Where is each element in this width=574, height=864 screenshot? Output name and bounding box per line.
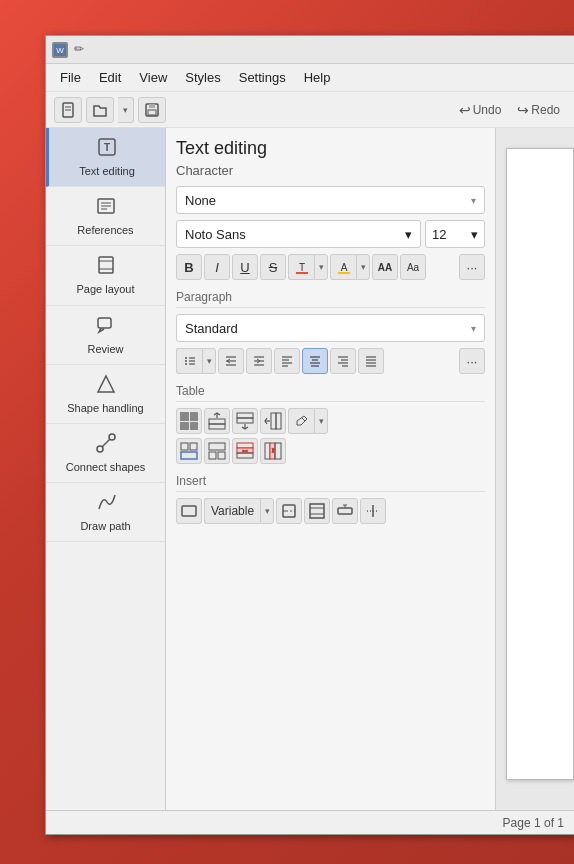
menu-edit[interactable]: Edit <box>91 67 129 88</box>
insert-table-button[interactable] <box>176 408 202 434</box>
uppercase-button[interactable]: AA <box>372 254 398 280</box>
table-row1: ▾ <box>176 408 485 434</box>
svg-rect-61 <box>276 413 281 429</box>
variable-button[interactable]: Variable <box>204 498 260 524</box>
svg-rect-66 <box>181 452 197 459</box>
format-buttons-row: B I U S T ▾ A <box>176 254 485 280</box>
strikethrough-button[interactable]: S <box>260 254 286 280</box>
insert-more-button[interactable] <box>360 498 386 524</box>
sidebar-item-draw-path[interactable]: Draw path <box>46 483 165 542</box>
canvas-page <box>506 148 574 780</box>
font-family-dropdown[interactable]: Noto Sans ▾ <box>176 220 421 248</box>
menu-settings[interactable]: Settings <box>231 67 294 88</box>
text-field-button[interactable] <box>332 498 358 524</box>
svg-rect-7 <box>148 110 156 115</box>
merge-cells-button[interactable] <box>176 438 202 464</box>
increase-indent-button[interactable] <box>246 348 272 374</box>
svg-rect-60 <box>271 413 276 429</box>
svg-rect-80 <box>182 506 196 516</box>
sidebar-item-connect-shapes[interactable]: Connect shapes <box>46 424 165 483</box>
main-content: Text editing Character None ▾ Noto Sans … <box>166 128 574 810</box>
table-clear-button[interactable] <box>288 408 314 434</box>
svg-text:T: T <box>298 262 304 273</box>
insert-rows-above-button[interactable] <box>204 408 230 434</box>
text-editing-icon: T <box>96 136 118 161</box>
paragraph-more-button[interactable]: ··· <box>459 348 485 374</box>
new-doc-button[interactable] <box>54 97 82 123</box>
svg-rect-72 <box>237 453 253 458</box>
menu-view[interactable]: View <box>131 67 175 88</box>
panel-subtitle: Character <box>176 163 485 178</box>
text-color-dropdown[interactable]: ▾ <box>314 254 328 280</box>
split-cells-button[interactable] <box>204 438 230 464</box>
app-icon: W <box>52 42 68 58</box>
format-more-button[interactable]: ··· <box>459 254 485 280</box>
svg-rect-65 <box>190 443 197 450</box>
header-footer-button[interactable] <box>304 498 330 524</box>
lowercase-button[interactable]: Aa <box>400 254 426 280</box>
variable-dropdown[interactable]: ▾ <box>260 498 274 524</box>
text-color-button[interactable]: T <box>288 254 314 280</box>
font-size-dropdown[interactable]: 12 ▾ <box>425 220 485 248</box>
paragraph-style-label: Standard <box>185 321 238 336</box>
list-button[interactable] <box>176 348 202 374</box>
align-center-button[interactable] <box>302 348 328 374</box>
svg-point-26 <box>185 357 187 359</box>
font-row: Noto Sans ▾ 12 ▾ <box>176 220 485 248</box>
svg-text:A: A <box>340 262 347 273</box>
highlight-button[interactable]: A <box>330 254 356 280</box>
align-left-button[interactable] <box>274 348 300 374</box>
text-color-group: T ▾ <box>288 254 328 280</box>
italic-button[interactable]: I <box>204 254 230 280</box>
menu-help[interactable]: Help <box>296 67 339 88</box>
sidebar: T Text editing References Page layout <box>46 128 166 810</box>
main-window: W ✏ File Edit View Styles Settings Help … <box>45 35 574 835</box>
insert-cols-left-button[interactable] <box>260 408 286 434</box>
open-dropdown[interactable]: ▾ <box>118 97 134 123</box>
paragraph-style-dropdown[interactable]: Standard ▾ <box>176 314 485 342</box>
delete-cols-button[interactable] <box>260 438 286 464</box>
none-dropdown-label: None <box>185 193 216 208</box>
status-bar: Page 1 of 1 <box>46 810 574 834</box>
bold-button[interactable]: B <box>176 254 202 280</box>
sidebar-item-page-layout[interactable]: Page layout <box>46 246 165 305</box>
connect-shapes-icon <box>95 432 117 457</box>
delete-rows-button[interactable] <box>232 438 258 464</box>
open-file-button[interactable] <box>86 97 114 123</box>
svg-rect-54 <box>209 419 225 424</box>
sidebar-item-shape-handling[interactable]: Shape handling <box>46 365 165 424</box>
undo-button[interactable]: ↩ Undo <box>453 99 508 121</box>
references-icon <box>95 195 117 220</box>
font-size-chevron: ▾ <box>471 227 478 242</box>
review-icon <box>95 314 117 339</box>
svg-rect-70 <box>237 443 253 448</box>
list-dropdown[interactable]: ▾ <box>202 348 216 374</box>
insert-frame-button[interactable] <box>176 498 202 524</box>
insert-rows-below-button[interactable] <box>232 408 258 434</box>
sidebar-label-page-layout: Page layout <box>76 283 134 296</box>
justify-button[interactable] <box>358 348 384 374</box>
redo-button[interactable]: ↪ Redo <box>511 99 566 121</box>
underline-button[interactable]: U <box>232 254 258 280</box>
save-file-button[interactable] <box>138 97 166 123</box>
sidebar-item-review[interactable]: Review <box>46 306 165 365</box>
table-section-header: Table <box>176 384 485 402</box>
toolbar: ▾ ↩ Undo ↪ Redo <box>46 92 574 128</box>
canvas-area[interactable] <box>496 128 574 810</box>
sidebar-item-references[interactable]: References <box>46 187 165 246</box>
character-style-dropdown[interactable]: None ▾ <box>176 186 485 214</box>
section-break-button[interactable] <box>276 498 302 524</box>
svg-rect-57 <box>237 413 253 418</box>
decrease-indent-button[interactable] <box>218 348 244 374</box>
align-right-button[interactable] <box>330 348 356 374</box>
highlight-dropdown[interactable]: ▾ <box>356 254 370 280</box>
pen-icon: ✏ <box>74 42 90 58</box>
sidebar-item-text-editing[interactable]: T Text editing <box>46 128 165 187</box>
svg-rect-64 <box>181 443 188 450</box>
table-clear-dropdown[interactable]: ▾ <box>314 408 328 434</box>
svg-rect-77 <box>275 443 281 459</box>
menu-styles[interactable]: Styles <box>177 67 228 88</box>
menu-file[interactable]: File <box>52 67 89 88</box>
svg-rect-58 <box>237 418 253 423</box>
insert-row: Variable ▾ <box>176 498 485 524</box>
